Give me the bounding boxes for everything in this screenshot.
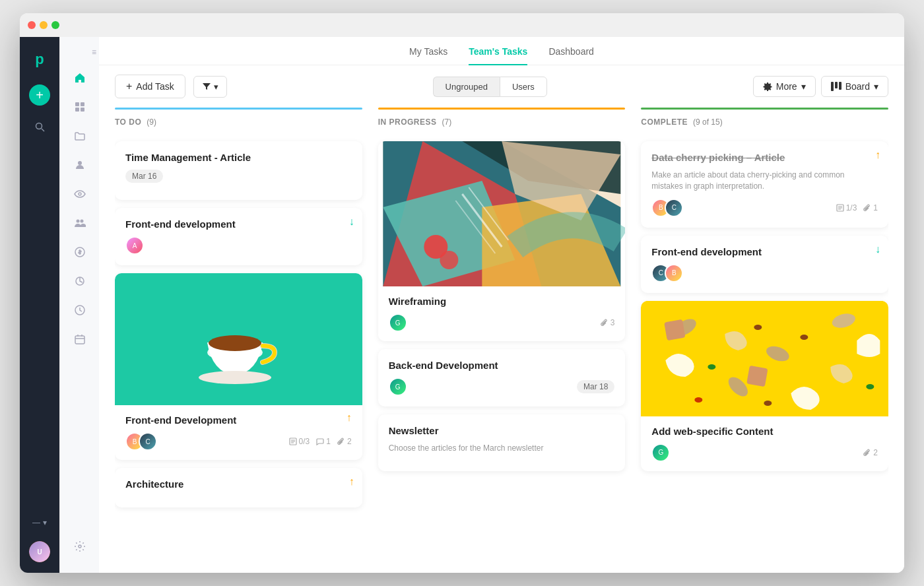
svg-rect-4 bbox=[75, 108, 79, 112]
card-content: Wireframing G 3 bbox=[378, 286, 626, 341]
col-todo-header: TO DO (9) bbox=[115, 117, 362, 133]
task-card-frontend-dev[interactable]: ↓ Front-end development A bbox=[115, 208, 362, 265]
task-card-backend-dev[interactable]: Back-end Development G Mar 18 bbox=[378, 349, 626, 407]
svg-point-19 bbox=[209, 335, 261, 351]
sidebar-item-settings[interactable] bbox=[67, 533, 93, 560]
card-content: ↑ Front-end Development B C bbox=[115, 405, 362, 460]
filter-icon bbox=[202, 82, 211, 91]
sidebar-item-chart[interactable] bbox=[67, 268, 93, 294]
attachments-count: 3 bbox=[601, 318, 615, 327]
sidebar-item-calendar[interactable] bbox=[67, 326, 93, 352]
task-card-time-management[interactable]: Time Management - Article Mar 16 bbox=[115, 141, 362, 200]
task-card-frontend-complete[interactable]: ↓ Front-end development C B bbox=[641, 236, 888, 293]
task-card-architecture[interactable]: ↑ Architecture bbox=[115, 468, 362, 507]
top-tabs: My Tasks Team's Tasks Dashboard bbox=[99, 37, 904, 65]
svg-point-38 bbox=[764, 401, 772, 406]
grouping-buttons: Ungrouped Users bbox=[235, 77, 745, 97]
col-inprogress-bar bbox=[378, 108, 626, 110]
sidebar-item-folder[interactable] bbox=[67, 123, 93, 149]
board-view-button[interactable]: Board ▾ bbox=[821, 76, 888, 97]
task-title: Back-end Development bbox=[389, 360, 615, 371]
priority-up-icon: ↑ bbox=[875, 149, 880, 161]
task-title: Front-end Development bbox=[125, 414, 352, 426]
svg-point-34 bbox=[708, 364, 716, 370]
svg-rect-2 bbox=[75, 102, 79, 106]
sidebar-item-dollar[interactable] bbox=[67, 239, 93, 265]
attachments-count: 2 bbox=[863, 448, 878, 457]
task-avatars: G bbox=[389, 313, 407, 332]
svg-point-23 bbox=[440, 251, 458, 269]
app-window: p + — ▾ U bbox=[20, 13, 904, 573]
search-icon[interactable] bbox=[26, 114, 53, 140]
priority-up-icon: ↑ bbox=[349, 476, 354, 488]
col-complete-bar bbox=[641, 108, 888, 110]
svg-point-13 bbox=[79, 545, 81, 548]
attachments-count: 1 bbox=[863, 203, 878, 212]
add-task-button[interactable]: + Add Task bbox=[115, 75, 185, 98]
collapse-label: — bbox=[32, 518, 40, 527]
task-card-wireframing[interactable]: Wireframing G 3 bbox=[378, 141, 626, 341]
task-meta: 2 bbox=[863, 448, 878, 457]
coffee-image bbox=[115, 273, 362, 405]
users-button[interactable]: Users bbox=[500, 77, 547, 97]
close-button[interactable] bbox=[28, 21, 36, 29]
priority-down-icon: ↓ bbox=[875, 244, 880, 255]
user-avatar[interactable]: U bbox=[29, 541, 50, 562]
avatar: G bbox=[389, 313, 407, 332]
more-button[interactable]: More ▾ bbox=[753, 76, 816, 97]
create-button[interactable]: + bbox=[29, 84, 50, 106]
tab-my-tasks[interactable]: My Tasks bbox=[409, 46, 447, 65]
task-card-web-content[interactable]: Add web-specific Content G 2 bbox=[641, 301, 888, 471]
main-content: My Tasks Team's Tasks Dashboard + Add Ta… bbox=[99, 37, 904, 573]
tab-dashboard[interactable]: Dashboard bbox=[548, 46, 594, 65]
svg-rect-39 bbox=[664, 319, 685, 340]
task-tag: Mar 18 bbox=[577, 380, 614, 393]
filter-button[interactable]: ▾ bbox=[193, 76, 227, 98]
comments-count: 1 bbox=[316, 437, 331, 446]
food-image bbox=[641, 301, 888, 416]
ungrouped-button[interactable]: Ungrouped bbox=[433, 77, 500, 97]
sidebar-item-home[interactable] bbox=[67, 65, 93, 91]
chevron-down-icon: ▾ bbox=[801, 81, 806, 92]
sidebar-nav: + bbox=[26, 84, 53, 504]
task-title: Newsletter bbox=[389, 425, 615, 436]
toolbar: + Add Task ▾ Ungrouped Users bbox=[99, 65, 904, 108]
task-card-newsletter[interactable]: Newsletter Choose the articles for the M… bbox=[378, 414, 626, 471]
task-avatars: G bbox=[651, 443, 670, 462]
sidebar-toggle-icon[interactable]: ≡ bbox=[92, 48, 96, 57]
svg-point-8 bbox=[76, 220, 79, 223]
sidebar-item-user[interactable] bbox=[67, 152, 93, 178]
maximize-button[interactable] bbox=[51, 21, 59, 29]
sidebar-item-board[interactable] bbox=[67, 94, 93, 120]
svg-point-9 bbox=[80, 220, 83, 223]
avatar: A bbox=[125, 236, 144, 255]
task-card-cherry-picking[interactable]: ↑ Data cherry picking – Article Make an … bbox=[641, 141, 888, 228]
task-footer: G Mar 18 bbox=[389, 377, 615, 396]
tab-teams-tasks[interactable]: Team's Tasks bbox=[469, 46, 527, 65]
task-card-frontend-dev-2[interactable]: ↑ Front-end Development B C bbox=[115, 273, 362, 460]
avatar-image: U bbox=[29, 541, 50, 562]
kanban-board: TO DO (9) Time Management - Article Mar … bbox=[99, 108, 904, 573]
avatar: B bbox=[665, 264, 683, 282]
svg-rect-15 bbox=[835, 82, 838, 88]
task-avatars: B C bbox=[125, 432, 157, 451]
priority-up-icon: ↑ bbox=[346, 412, 352, 424]
minimize-button[interactable] bbox=[40, 21, 48, 29]
column-complete: COMPLETE (9 of 15) ↑ Data cherry picking… bbox=[633, 108, 888, 562]
svg-point-7 bbox=[79, 193, 81, 195]
sidebar-collapse[interactable]: — ▾ bbox=[26, 509, 53, 536]
task-avatars: C B bbox=[651, 264, 683, 282]
svg-rect-12 bbox=[75, 336, 84, 344]
sidebar-item-users[interactable] bbox=[67, 210, 93, 236]
col-complete-count: (9 of 15) bbox=[693, 117, 723, 127]
sidebar-item-eye[interactable] bbox=[67, 181, 93, 207]
task-tag: Mar 16 bbox=[125, 170, 163, 183]
chevron-down-icon: ▾ bbox=[43, 518, 47, 527]
task-title: Time Management - Article bbox=[125, 152, 352, 163]
sidebar-item-clock[interactable] bbox=[67, 297, 93, 323]
task-title: Add web-specific Content bbox=[651, 426, 878, 437]
card-content: Add web-specific Content G 2 bbox=[641, 416, 888, 471]
chevron-down-icon: ▾ bbox=[874, 81, 878, 92]
svg-point-37 bbox=[695, 397, 703, 403]
plus-icon: + bbox=[36, 88, 44, 103]
